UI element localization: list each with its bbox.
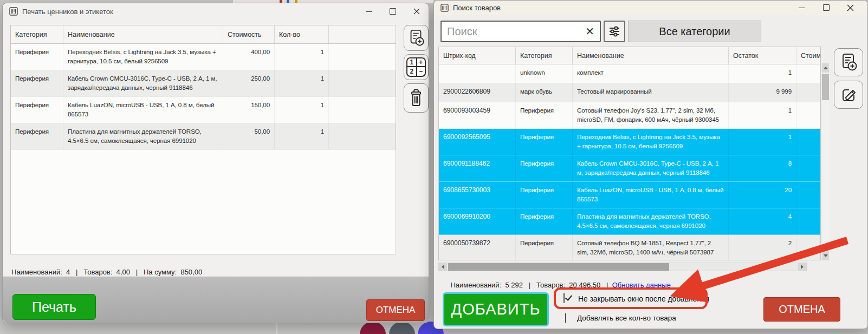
cell-category: Периферия [516, 155, 573, 181]
cell-price: 400,00 [223, 44, 275, 70]
horizontal-scroll-thumb[interactable] [448, 263, 669, 271]
add-product-button[interactable] [834, 48, 863, 76]
cell-name: Кабель Crown CMCU-3016C, Type-C - USB, 2… [63, 70, 223, 96]
product-row[interactable]: 6900050739872ПериферияСотовый телефон BQ… [439, 235, 820, 260]
cell-name: Пластина для магнитных держателей TORSO,… [63, 123, 223, 149]
keep-open-label[interactable]: Не закрывать окно после добавления [578, 295, 709, 303]
add-button[interactable]: ДОБАВИТЬ [443, 292, 549, 326]
close-button[interactable] [412, 7, 421, 16]
barcode-icon [441, 4, 449, 12]
cell-extra [329, 97, 396, 123]
delete-item-button[interactable] [404, 83, 429, 113]
horizontal-scrollbar[interactable] [438, 263, 807, 271]
scroll-up-button[interactable] [822, 63, 829, 73]
cell-barcode: 2900022606809 [439, 83, 516, 102]
column-header[interactable]: Штрих-код [439, 47, 516, 64]
cell-barcode: 6900069910200 [439, 208, 516, 234]
table-row[interactable]: ПериферияПереходник Belsis, с Lightning … [11, 44, 396, 70]
column-header[interactable]: Наименование [63, 25, 223, 43]
print-window-titlebar: Печать ценников и этикеток [3, 3, 429, 19]
search-status-text: Наименований: 5 292 | Товаров: 20 496,50… [450, 281, 612, 289]
cell-price [796, 235, 820, 260]
product-row[interactable]: 6900093003459ПериферияСотовый телефон Jo… [439, 102, 820, 129]
cancel-button[interactable]: ОТМЕНА [366, 299, 425, 321]
product-row[interactable]: unknownкомплект1 [439, 64, 820, 83]
refresh-data-link[interactable]: Обновить данные [612, 281, 671, 289]
vertical-scrollbar[interactable] [821, 63, 830, 260]
cancel-button[interactable]: ОТМЕНА [763, 297, 840, 322]
print-window: Печать ценников и этикеток КатегорияНаим… [2, 3, 429, 323]
window-title: Поиск товаров [453, 4, 501, 12]
add-all-label[interactable]: Добавлять все кол-во товара [577, 314, 676, 322]
search-input[interactable]: Поиск ✕ [441, 21, 601, 42]
clear-search-icon[interactable]: ✕ [585, 25, 594, 38]
close-button[interactable] [846, 3, 854, 12]
vertical-scroll-thumb[interactable] [822, 74, 829, 100]
scroll-left-button[interactable] [439, 263, 447, 271]
cell-category: Периферия [11, 44, 63, 70]
close-icon [413, 8, 420, 15]
print-button[interactable]: Печать [12, 294, 96, 320]
cell-category: unknown [516, 64, 573, 83]
product-row[interactable]: 6908655730003ПериферияКабель LuazON, mic… [439, 182, 820, 208]
cell-price [796, 182, 820, 208]
cell-category: Периферия [516, 182, 573, 208]
column-header[interactable]: Стоимость [223, 25, 275, 43]
keep-open-checkbox[interactable] [563, 293, 565, 303]
print-footer: Печать ОТМЕНА [3, 277, 429, 323]
minimize-button[interactable] [798, 3, 806, 12]
cell-barcode: 6900093003459 [439, 102, 516, 128]
all-categories-button[interactable]: Все категории [628, 21, 761, 42]
cell-barcode [439, 64, 516, 83]
change-quantity-button[interactable]: 1+ 2− [404, 54, 429, 80]
cell-price [796, 83, 820, 102]
product-row[interactable]: 6900069910200ПериферияПластина для магни… [439, 208, 820, 235]
cell-price: 150,00 [223, 97, 275, 123]
column-header[interactable]: Категория [516, 47, 573, 64]
cell-name: Переходник Belsis, с Lightning на Jack 3… [573, 129, 729, 155]
cell-price: 250,00 [223, 70, 275, 96]
column-header[interactable]: Стоим [796, 47, 821, 64]
cell-category: Периферия [516, 208, 573, 234]
trash-icon [407, 88, 425, 108]
product-row[interactable]: 2900022606809марк обувьТестовый маркиров… [439, 83, 820, 102]
cell-stock: 1 [729, 129, 796, 155]
cell-category: Периферия [11, 70, 63, 96]
print-status-text: Наименований: 4 | Товаров: 4,00 | На сум… [11, 268, 202, 276]
column-header[interactable] [329, 25, 396, 43]
product-row[interactable]: 6900091188462ПериферияКабель Crown CMCU-… [439, 155, 820, 182]
cell-category: Периферия [516, 129, 573, 155]
column-header[interactable]: Остаток [729, 47, 796, 64]
cell-barcode: 6908655730003 [439, 182, 516, 208]
add-item-button[interactable] [404, 25, 429, 51]
column-header[interactable]: Категория [11, 25, 63, 43]
cell-stock: 2 [729, 235, 796, 260]
cell-stock: 4 [729, 208, 796, 234]
minimize-button[interactable] [365, 7, 373, 16]
cell-barcode: 6900050739872 [439, 235, 516, 260]
add-all-checkbox[interactable] [565, 313, 566, 323]
cell-name: Сотовый телефон Joy's S23, 1.77", 2 sim,… [573, 102, 729, 128]
cell-stock: 8 [729, 155, 796, 181]
cell-name: Кабель LuazON, microUSB - USB, 1 А, 0.8 … [63, 97, 223, 123]
edit-product-button[interactable] [834, 81, 863, 109]
column-header[interactable]: Наименование [573, 47, 729, 64]
window-title: Печать ценников и этикеток [22, 8, 113, 16]
scroll-right-button[interactable] [798, 263, 806, 271]
maximize-button[interactable] [388, 7, 397, 16]
filter-settings-button[interactable] [604, 21, 625, 42]
cell-quantity: 1 [275, 97, 329, 123]
cell-stock: 1 [729, 64, 796, 83]
cell-category: Периферия [516, 235, 573, 260]
table-row[interactable]: ПериферияКабель Crown CMCU-3016C, Type-C… [11, 70, 396, 97]
product-row[interactable]: 6900092565095ПериферияПереходник Belsis,… [439, 129, 820, 155]
cell-name: Кабель LuazON, microUSB - USB, 1 А, 0.8 … [573, 182, 729, 208]
column-header[interactable]: Кол-во [275, 25, 329, 43]
scroll-down-button[interactable] [822, 251, 829, 260]
table-row[interactable]: ПериферияКабель LuazON, microUSB - USB, … [11, 97, 396, 123]
cell-barcode: 6900091188462 [439, 155, 516, 181]
search-window: Поиск товаров Поиск ✕ Все категории Штри… [433, 0, 868, 329]
cell-price [796, 102, 820, 128]
maximize-button[interactable] [822, 3, 831, 12]
table-row[interactable]: ПериферияПластина для магнитных держател… [11, 123, 396, 150]
